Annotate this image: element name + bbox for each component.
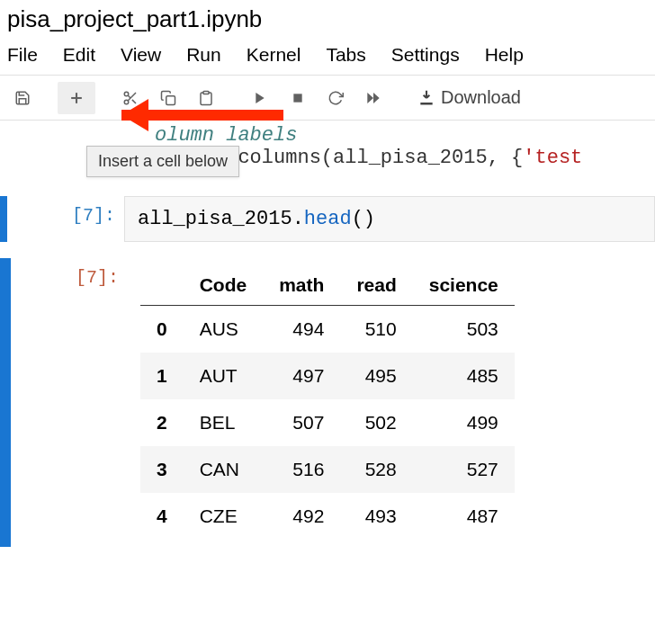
copy-cell-button[interactable] — [149, 82, 187, 114]
col-code: Code — [184, 265, 264, 306]
output-cell: [7]: Code math read science 0 AUS — [0, 258, 655, 547]
svg-point-2 — [124, 92, 129, 96]
table-header-row: Code math read science — [140, 265, 515, 306]
menu-file[interactable]: File — [7, 44, 38, 66]
row-math: 507 — [263, 399, 340, 446]
row-math: 516 — [263, 446, 340, 493]
menu-view[interactable]: View — [121, 44, 161, 66]
row-index: 3 — [140, 446, 184, 493]
notebook-filename: pisa_project_part1.ipynb — [0, 0, 655, 40]
insert-cell-below-button[interactable] — [58, 82, 95, 114]
code-object: all_pisa_2015. — [138, 208, 304, 230]
col-math: math — [263, 265, 340, 306]
row-science: 485 — [413, 353, 515, 399]
row-math: 497 — [263, 353, 340, 399]
toolbar: Download — [0, 76, 655, 121]
row-read: 493 — [340, 493, 412, 540]
table-row: 1 AUT 497 495 485 — [140, 353, 515, 399]
output-selection-bar[interactable] — [0, 258, 11, 547]
svg-point-3 — [124, 100, 129, 104]
notebook-area: olumn labels rename_columns(all_pisa_201… — [0, 121, 655, 547]
menu-kernel[interactable]: Kernel — [247, 44, 301, 66]
row-science: 487 — [413, 493, 515, 540]
input-prompt: [7]: — [7, 196, 124, 242]
output-body: Code math read science 0 AUS 494 510 503 — [128, 258, 655, 547]
row-index: 1 — [140, 353, 184, 399]
row-index: 2 — [140, 399, 184, 446]
col-index — [140, 265, 184, 306]
menu-tabs[interactable]: Tabs — [326, 44, 365, 66]
cut-cell-button[interactable] — [112, 82, 149, 114]
code-parens: () — [352, 208, 375, 230]
row-read: 495 — [340, 353, 412, 399]
svg-marker-11 — [367, 93, 373, 103]
row-read: 502 — [340, 399, 412, 446]
svg-rect-8 — [203, 91, 209, 94]
menu-settings[interactable]: Settings — [391, 44, 460, 66]
tooltip-insert-cell-below: Insert a cell below — [86, 146, 239, 177]
input-cell: [7]: all_pisa_2015.head() — [0, 196, 655, 242]
row-math: 492 — [263, 493, 340, 540]
svg-rect-10 — [293, 94, 301, 102]
interrupt-kernel-button[interactable] — [279, 82, 317, 114]
row-science: 503 — [413, 306, 515, 353]
code-method: head — [304, 208, 352, 230]
paste-cell-button[interactable] — [187, 82, 225, 114]
code-editor[interactable]: all_pisa_2015.head() — [124, 196, 655, 242]
download-label: Download — [441, 87, 521, 108]
row-math: 494 — [263, 306, 340, 353]
table-row: 2 BEL 507 502 499 — [140, 399, 515, 446]
restart-run-all-button[interactable] — [354, 82, 392, 114]
row-code: CAN — [184, 446, 264, 493]
output-prompt: [7]: — [11, 258, 128, 547]
svg-line-6 — [128, 95, 130, 98]
svg-line-5 — [132, 99, 136, 103]
row-code: CZE — [184, 493, 264, 540]
row-science: 527 — [413, 446, 515, 493]
code-comment-fragment: olumn labels — [155, 124, 297, 147]
menu-help[interactable]: Help — [485, 44, 524, 66]
cell-selection-bar[interactable] — [0, 196, 7, 242]
row-code: AUS — [184, 306, 264, 353]
table-row: 4 CZE 492 493 487 — [140, 493, 515, 540]
row-code: BEL — [184, 399, 264, 446]
run-cell-button[interactable] — [241, 82, 279, 114]
row-index: 4 — [140, 493, 184, 540]
dataframe-table: Code math read science 0 AUS 494 510 503 — [140, 265, 515, 540]
row-science: 499 — [413, 399, 515, 446]
row-read: 528 — [340, 446, 412, 493]
code-string-fragment: 'test — [523, 147, 582, 169]
menu-run[interactable]: Run — [186, 44, 221, 66]
table-row: 3 CAN 516 528 527 — [140, 446, 515, 493]
menu-bar: File Edit View Run Kernel Tabs Settings … — [0, 40, 655, 76]
svg-rect-7 — [166, 95, 175, 104]
menu-edit[interactable]: Edit — [63, 44, 95, 66]
save-button[interactable] — [4, 82, 41, 114]
download-button[interactable]: Download — [408, 82, 530, 114]
col-science: science — [413, 265, 515, 306]
row-read: 510 — [340, 306, 412, 353]
col-read: read — [340, 265, 412, 306]
row-code: AUT — [184, 353, 264, 399]
svg-marker-9 — [256, 93, 264, 103]
table-row: 0 AUS 494 510 503 — [140, 306, 515, 353]
row-index: 0 — [140, 306, 184, 353]
restart-kernel-button[interactable] — [317, 82, 354, 114]
svg-marker-12 — [373, 93, 380, 103]
